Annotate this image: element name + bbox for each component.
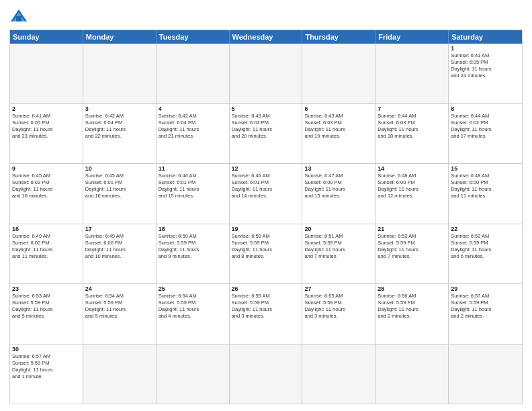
calendar: SundayMondayTuesdayWednesdayThursdayFrid… [9, 30, 523, 404]
calendar-row-2: 9Sunrise: 6:45 AM Sunset: 6:02 PM Daylig… [10, 163, 522, 224]
cell-info: Sunrise: 6:43 AM Sunset: 6:03 PM Dayligh… [232, 113, 300, 140]
day-number: 5 [232, 105, 300, 112]
calendar-header: SundayMondayTuesdayWednesdayThursdayFrid… [10, 30, 522, 44]
calendar-cell-3-5: 21Sunrise: 6:52 AM Sunset: 5:59 PM Dayli… [375, 224, 449, 284]
cell-info: Sunrise: 6:49 AM Sunset: 6:00 PM Dayligh… [12, 233, 81, 261]
calendar-cell-0-6: 1Sunrise: 6:41 AM Sunset: 6:05 PM Daylig… [449, 44, 522, 103]
header-day-wednesday: Wednesday [230, 30, 303, 44]
day-number: 21 [378, 226, 446, 232]
cell-info: Sunrise: 6:54 AM Sunset: 5:59 PM Dayligh… [85, 293, 154, 320]
day-number: 11 [159, 165, 227, 172]
cell-info: Sunrise: 6:54 AM Sunset: 5:59 PM Dayligh… [159, 293, 227, 320]
calendar-body: 1Sunrise: 6:41 AM Sunset: 6:05 PM Daylig… [10, 44, 522, 404]
cell-info: Sunrise: 6:42 AM Sunset: 6:04 PM Dayligh… [85, 113, 154, 140]
calendar-cell-1-1: 3Sunrise: 6:42 AM Sunset: 6:04 PM Daylig… [83, 104, 157, 164]
day-number: 6 [304, 105, 373, 112]
day-number: 9 [12, 165, 81, 172]
logo-icon [9, 7, 28, 26]
calendar-cell-5-3 [230, 345, 303, 404]
calendar-cell-4-0: 23Sunrise: 6:53 AM Sunset: 5:59 PM Dayli… [10, 284, 83, 344]
cell-info: Sunrise: 6:52 AM Sunset: 5:59 PM Dayligh… [451, 233, 520, 261]
svg-rect-2 [16, 16, 21, 21]
calendar-cell-4-3: 26Sunrise: 6:55 AM Sunset: 5:59 PM Dayli… [230, 284, 303, 344]
cell-info: Sunrise: 6:43 AM Sunset: 6:03 PM Dayligh… [304, 113, 373, 140]
cell-info: Sunrise: 6:45 AM Sunset: 6:01 PM Dayligh… [85, 173, 154, 200]
calendar-cell-2-6: 15Sunrise: 6:48 AM Sunset: 6:00 PM Dayli… [449, 164, 522, 224]
calendar-cell-2-5: 14Sunrise: 6:48 AM Sunset: 6:00 PM Dayli… [375, 164, 449, 224]
day-number: 18 [159, 226, 227, 232]
calendar-cell-5-5 [375, 345, 449, 404]
cell-info: Sunrise: 6:41 AM Sunset: 6:05 PM Dayligh… [451, 52, 520, 80]
calendar-cell-1-3: 5Sunrise: 6:43 AM Sunset: 6:03 PM Daylig… [230, 104, 303, 164]
calendar-cell-5-2 [157, 345, 230, 404]
day-number: 13 [304, 165, 373, 172]
cell-info: Sunrise: 6:55 AM Sunset: 5:59 PM Dayligh… [232, 293, 300, 320]
calendar-cell-5-6 [449, 345, 522, 404]
day-number: 29 [451, 285, 520, 292]
calendar-cell-5-4 [302, 345, 375, 404]
calendar-cell-3-0: 16Sunrise: 6:49 AM Sunset: 6:00 PM Dayli… [10, 224, 83, 284]
header-day-saturday: Saturday [449, 30, 522, 44]
cell-info: Sunrise: 6:49 AM Sunset: 6:00 PM Dayligh… [85, 233, 154, 261]
cell-info: Sunrise: 6:45 AM Sunset: 6:02 PM Dayligh… [12, 173, 81, 200]
cell-info: Sunrise: 6:50 AM Sunset: 5:59 PM Dayligh… [232, 233, 300, 261]
calendar-cell-1-2: 4Sunrise: 6:42 AM Sunset: 6:04 PM Daylig… [157, 104, 230, 164]
calendar-cell-3-4: 20Sunrise: 6:51 AM Sunset: 5:59 PM Dayli… [302, 224, 375, 284]
calendar-cell-3-3: 19Sunrise: 6:50 AM Sunset: 5:59 PM Dayli… [230, 224, 303, 284]
header-day-thursday: Thursday [302, 30, 375, 44]
day-number: 2 [12, 105, 81, 112]
calendar-cell-5-1 [83, 345, 157, 404]
day-number: 27 [304, 285, 373, 292]
day-number: 26 [232, 285, 300, 292]
calendar-cell-0-4 [302, 44, 375, 103]
calendar-cell-1-5: 7Sunrise: 6:44 AM Sunset: 6:03 PM Daylig… [375, 104, 449, 164]
calendar-cell-4-1: 24Sunrise: 6:54 AM Sunset: 5:59 PM Dayli… [83, 284, 157, 344]
header-day-friday: Friday [375, 30, 449, 44]
day-number: 1 [451, 45, 520, 52]
day-number: 22 [451, 226, 520, 232]
day-number: 12 [232, 165, 300, 172]
header-day-monday: Monday [83, 30, 157, 44]
day-number: 4 [159, 105, 227, 112]
cell-info: Sunrise: 6:46 AM Sunset: 6:01 PM Dayligh… [232, 173, 300, 200]
cell-info: Sunrise: 6:52 AM Sunset: 5:59 PM Dayligh… [378, 233, 446, 261]
calendar-cell-2-0: 9Sunrise: 6:45 AM Sunset: 6:02 PM Daylig… [10, 164, 83, 224]
calendar-cell-2-3: 12Sunrise: 6:46 AM Sunset: 6:01 PM Dayli… [230, 164, 303, 224]
cell-info: Sunrise: 6:46 AM Sunset: 6:01 PM Dayligh… [159, 173, 227, 200]
header-day-tuesday: Tuesday [157, 30, 230, 44]
day-number: 15 [451, 165, 520, 172]
calendar-cell-4-6: 29Sunrise: 6:57 AM Sunset: 5:59 PM Dayli… [449, 284, 522, 344]
cell-info: Sunrise: 6:57 AM Sunset: 5:59 PM Dayligh… [451, 293, 520, 320]
calendar-cell-0-1 [83, 44, 157, 103]
calendar-cell-4-5: 28Sunrise: 6:56 AM Sunset: 5:59 PM Dayli… [375, 284, 449, 344]
cell-info: Sunrise: 6:53 AM Sunset: 5:59 PM Dayligh… [12, 293, 81, 320]
day-number: 14 [378, 165, 446, 172]
day-number: 7 [378, 105, 446, 112]
calendar-cell-0-5 [375, 44, 449, 103]
header-day-sunday: Sunday [10, 30, 83, 44]
day-number: 3 [85, 105, 154, 112]
day-number: 28 [378, 285, 446, 292]
calendar-cell-5-0: 30Sunrise: 6:57 AM Sunset: 5:59 PM Dayli… [10, 345, 83, 404]
calendar-cell-2-2: 11Sunrise: 6:46 AM Sunset: 6:01 PM Dayli… [157, 164, 230, 224]
calendar-cell-1-6: 8Sunrise: 6:44 AM Sunset: 6:02 PM Daylig… [449, 104, 522, 164]
calendar-cell-3-6: 22Sunrise: 6:52 AM Sunset: 5:59 PM Dayli… [449, 224, 522, 284]
calendar-cell-0-3 [230, 44, 303, 103]
day-number: 24 [85, 285, 154, 292]
calendar-cell-1-4: 6Sunrise: 6:43 AM Sunset: 6:03 PM Daylig… [302, 104, 375, 164]
cell-info: Sunrise: 6:51 AM Sunset: 5:59 PM Dayligh… [304, 233, 373, 261]
calendar-row-0: 1Sunrise: 6:41 AM Sunset: 6:05 PM Daylig… [10, 44, 522, 103]
day-number: 30 [12, 346, 81, 353]
calendar-cell-4-4: 27Sunrise: 6:55 AM Sunset: 5:59 PM Dayli… [302, 284, 375, 344]
calendar-row-5: 30Sunrise: 6:57 AM Sunset: 5:59 PM Dayli… [10, 344, 522, 404]
cell-info: Sunrise: 6:48 AM Sunset: 6:00 PM Dayligh… [451, 173, 520, 200]
calendar-cell-2-4: 13Sunrise: 6:47 AM Sunset: 6:00 PM Dayli… [302, 164, 375, 224]
header [9, 7, 523, 26]
cell-info: Sunrise: 6:56 AM Sunset: 5:59 PM Dayligh… [378, 293, 446, 320]
calendar-cell-3-1: 17Sunrise: 6:49 AM Sunset: 6:00 PM Dayli… [83, 224, 157, 284]
cell-info: Sunrise: 6:47 AM Sunset: 6:00 PM Dayligh… [304, 173, 373, 200]
page: SundayMondayTuesdayWednesdayThursdayFrid… [0, 0, 532, 411]
day-number: 16 [12, 226, 81, 232]
calendar-cell-0-0 [10, 44, 83, 103]
calendar-cell-3-2: 18Sunrise: 6:50 AM Sunset: 5:59 PM Dayli… [157, 224, 230, 284]
